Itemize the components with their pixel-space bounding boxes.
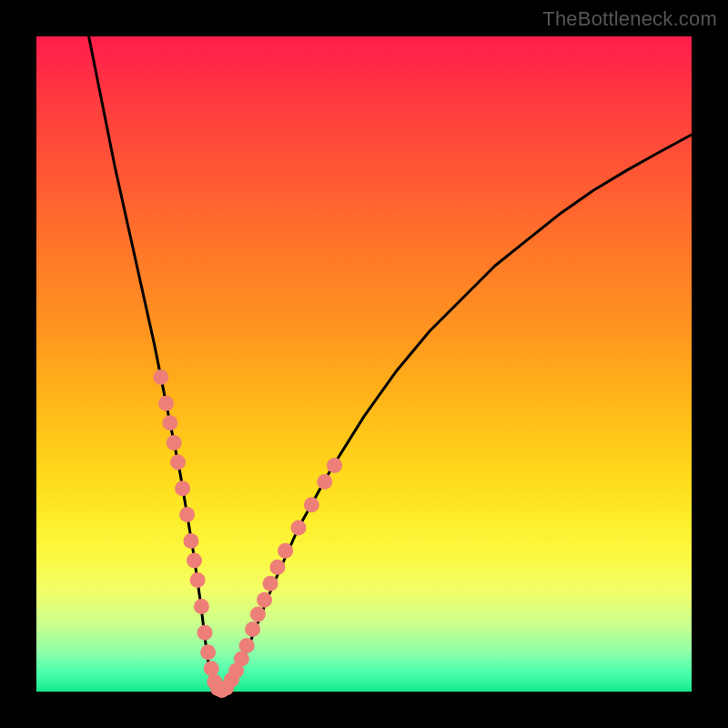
curve-marker [158,396,174,411]
curve-marker [194,599,209,614]
curve-marker [179,507,195,522]
curve-marker [197,625,213,641]
curve-marker [162,415,177,430]
curve-marker [278,543,293,559]
curve-marker [291,521,307,536]
curve-marker [317,474,332,490]
curve-marker [204,661,219,676]
curve-marker [257,592,272,608]
curve-marker [304,497,319,512]
chart-container: TheBottleneck.com [0,0,728,728]
curve-marker [187,553,202,569]
curve-marker [250,607,266,622]
curve-marker [153,369,168,385]
curve-marker [175,480,190,496]
curve-marker [170,455,186,470]
curve-marker [263,576,278,592]
curve-marker [190,572,206,588]
curve-marker [245,622,260,637]
curve-marker [269,560,285,575]
plot-area [36,36,692,692]
curve-marker [327,458,342,473]
curve-marker [183,533,198,549]
curve-marker [239,638,255,653]
curve-marker [167,435,182,450]
watermark-text: TheBottleneck.com [542,7,717,31]
curve-marker [200,644,216,660]
curve-svg [36,36,692,692]
bottleneck-curve [89,36,692,692]
